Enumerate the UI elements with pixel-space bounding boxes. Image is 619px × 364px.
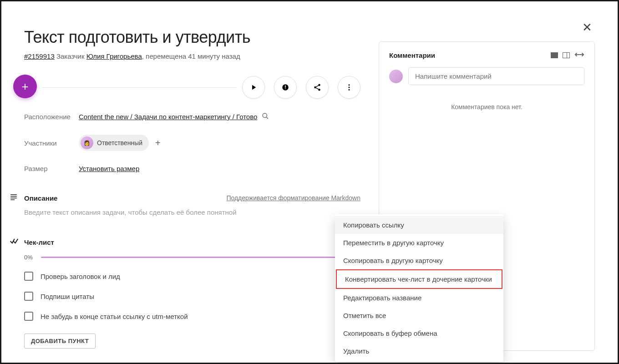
more-button[interactable] [338,76,360,99]
svg-rect-2 [285,88,286,89]
alert-icon [281,83,289,91]
play-button[interactable] [242,76,265,99]
svg-line-10 [266,117,268,119]
menu-item[interactable]: Скопировать в другую карточку [335,252,503,269]
menu-item[interactable]: Редактировать название [335,289,503,307]
menu-item[interactable]: Конвертировать чек-лист в дочерние карто… [336,269,502,289]
svg-point-5 [318,89,320,91]
checklist-item-label: Подпиши цитаты [41,293,94,300]
divider [42,87,237,88]
customer-name-link[interactable]: Юлия Григорьева [86,52,142,60]
checklist-item: Не забудь в конце статьи ссылку с utm-ме… [24,312,360,321]
checklist-item-label: Не забудь в конце статьи ссылку с utm-ме… [41,313,188,320]
participants-label: Участники [24,139,79,147]
svg-point-9 [263,113,267,117]
svg-rect-13 [10,198,17,199]
layout-full-icon[interactable] [551,52,558,58]
size-value[interactable]: Установить размер [79,165,139,172]
description-placeholder[interactable]: Введите текст описания задачи, чтобы сде… [24,208,360,216]
search-icon[interactable] [262,112,269,121]
add-fab-button[interactable]: + [13,75,37,98]
menu-item[interactable]: Удалить [335,342,503,360]
customer-label: Заказчик [56,52,85,60]
menu-item[interactable]: Копировать ссылку [335,216,503,234]
checklist-checkbox[interactable] [24,272,33,281]
share-icon [313,83,321,91]
svg-point-4 [314,86,316,89]
close-button[interactable]: ✕ [582,20,592,35]
card-title: Текст подготовить и утвердить [24,28,360,47]
svg-point-7 [349,87,350,88]
no-comments-text: Комментариев пока нет. [389,103,584,111]
more-vert-icon [345,83,353,91]
location-label: Расположение [24,113,79,121]
priority-button[interactable] [274,76,297,99]
comment-input[interactable]: Напишите комментарий [408,67,584,85]
comments-title: Комментарии [389,51,435,59]
menu-item[interactable]: Скопировать в буфер обмена [335,324,503,342]
svg-rect-1 [285,86,286,88]
checklist-checkbox[interactable] [24,292,33,301]
size-label: Размер [24,165,79,172]
checklist-item: Проверь заголовок и лид [24,272,360,281]
markdown-hint[interactable]: Поддерживается форматирование Markdown [226,194,360,202]
card-id-link[interactable]: #2159913 [24,52,55,60]
user-avatar [389,70,403,83]
svg-rect-11 [10,194,17,195]
checklist-progress: 0% [24,254,33,261]
svg-point-6 [349,84,350,86]
svg-rect-12 [10,196,17,197]
add-checklist-item-button[interactable]: ДОБАВИТЬ ПУНКТ [24,334,96,349]
responsible-chip[interactable]: 👩 Ответственный [79,135,149,151]
menu-item[interactable]: Отметить все [335,307,503,324]
checklist-item: Подпиши цитаты [24,292,360,301]
resize-icon[interactable] [574,51,584,59]
layout-split-icon[interactable] [563,52,570,58]
chip-label: Ответственный [97,139,142,147]
description-icon [10,193,21,203]
add-participant-button[interactable]: + [155,138,161,148]
menu-item[interactable]: Переместить в другую карточку [335,234,503,252]
checklist-item-label: Проверь заголовок и лид [41,273,120,280]
moved-text: , перемещена 41 минуту назад [142,52,240,60]
play-icon [249,83,258,91]
svg-point-8 [349,89,350,91]
close-icon: ✕ [582,20,592,34]
checklist-context-menu: Копировать ссылкуПереместить в другую ка… [335,214,503,362]
svg-rect-14 [10,199,15,200]
svg-point-3 [318,84,320,86]
checklist-icon [10,237,21,248]
description-title: Описание [24,194,226,202]
checklist-title: Чек-лист [24,238,360,246]
location-value[interactable]: Content the new / Задачи по контент-марк… [79,113,257,121]
checklist-checkbox[interactable] [24,312,33,321]
plus-icon: + [21,80,28,94]
share-button[interactable] [306,76,329,99]
progress-bar [41,257,360,258]
card-meta: #2159913 Заказчик Юлия Григорьева, перем… [24,52,360,60]
avatar-icon: 👩 [81,136,93,149]
